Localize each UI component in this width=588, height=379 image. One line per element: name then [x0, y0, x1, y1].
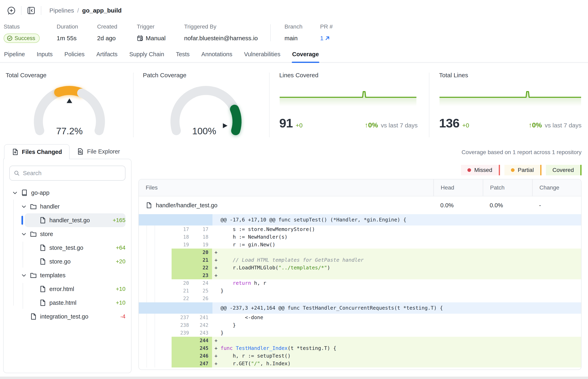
- gauge-pointer-icon: [66, 98, 73, 103]
- tab-annotations[interactable]: Annotations: [201, 48, 233, 62]
- diff-sign: [214, 225, 221, 233]
- coverage-main-area: MissedPartialCovered Files Head Patch Ch…: [138, 159, 582, 373]
- meta-duration: Duration1m 55s: [57, 23, 97, 43]
- meta-branch: Branchmain: [284, 23, 320, 43]
- tab-policies[interactable]: Policies: [64, 48, 85, 62]
- coverage-col: [147, 279, 155, 287]
- tree-item-integration-test-go[interactable]: integration_test.go-4: [9, 310, 125, 323]
- add-comment-button[interactable]: [6, 5, 17, 16]
- files-table-panel: Files Head Patch Change handler/handler_…: [138, 179, 582, 370]
- search-box[interactable]: [9, 166, 125, 181]
- coverage-col: [139, 314, 147, 321]
- coverage-legend: MissedPartialCovered: [138, 165, 582, 175]
- meta-created: Created2d ago: [97, 23, 137, 43]
- tab-file-explorer[interactable]: File Explorer: [70, 144, 127, 159]
- chevron-down-icon[interactable]: [21, 272, 27, 279]
- coverage-col: [147, 352, 155, 360]
- tree-item-go-app[interactable]: go-app: [9, 186, 125, 200]
- column-head: Head: [433, 179, 483, 196]
- file-path: handler/handler_test.go: [156, 202, 217, 209]
- comment-plus-icon: [6, 6, 16, 15]
- code-text: // Load HTML templates for GetPaste hand…: [221, 256, 364, 264]
- code-text: h := NewHandler(s): [221, 233, 288, 241]
- meta-label: Duration: [57, 23, 97, 30]
- diff-sign: [214, 314, 221, 321]
- card-title: Total Coverage: [6, 72, 133, 79]
- diff-view: @@ -17,6 +17,10 @@ func setupTest() (*Ha…: [139, 214, 581, 367]
- tab-supply-chain[interactable]: Supply Chain: [129, 48, 165, 62]
- new-line-number: 25: [203, 287, 208, 295]
- diff-line: 246+ h, r := setupTest(): [139, 352, 581, 360]
- tab-inputs[interactable]: Inputs: [36, 48, 53, 62]
- panel-left-icon: [26, 6, 36, 15]
- change-count: +10: [116, 286, 126, 292]
- change-count: -4: [120, 313, 125, 320]
- tab-files-changed[interactable]: Files Changed: [4, 144, 70, 159]
- diff-sign: +: [214, 256, 221, 264]
- column-patch: Patch: [483, 179, 532, 196]
- line-numbers: 244: [155, 337, 212, 344]
- line-numbers: 1818: [155, 233, 212, 241]
- tab-vulnerabilities[interactable]: Vulnerabilities: [244, 48, 281, 62]
- total-coverage-gauge: 77.2%: [21, 79, 118, 140]
- old-line-number: 237: [180, 314, 189, 321]
- file-icon: [30, 313, 37, 320]
- lines-covered-sparkline: [279, 88, 417, 106]
- diff-line: 20+: [139, 249, 581, 256]
- collapse-sidebar-button[interactable]: [26, 5, 37, 16]
- tree-item-error-html[interactable]: error.html+10: [9, 282, 125, 296]
- file-icon: [146, 202, 152, 208]
- tree-item-store[interactable]: store: [9, 227, 125, 241]
- tab-artifacts[interactable]: Artifacts: [96, 48, 118, 62]
- tree-item-store-go[interactable]: store.go+20: [9, 255, 125, 268]
- line-numbers: 247: [155, 360, 212, 367]
- line-numbers: 22: [155, 264, 212, 272]
- tree-item-label: store_test.go: [49, 245, 83, 251]
- tree-item-handler-test-go[interactable]: handler_test.go+165: [25, 213, 125, 227]
- tab-pipeline[interactable]: Pipeline: [4, 48, 25, 62]
- diff-sign: +: [214, 272, 221, 279]
- diff-line: 21+ // Load HTML templates for GetPaste …: [139, 256, 581, 264]
- coverage-col: [139, 279, 147, 287]
- tree-item-paste-html[interactable]: paste.html+10: [9, 296, 125, 310]
- diff-line: 2024 return h, r: [139, 279, 581, 287]
- line-numbers: 1717: [155, 225, 212, 233]
- tree-item-handler[interactable]: handler: [9, 200, 125, 213]
- breadcrumb-pipelines[interactable]: Pipelines: [49, 7, 74, 14]
- new-line-number: 17: [203, 225, 208, 233]
- meta-label: Branch: [284, 23, 320, 30]
- new-line-number: 243: [200, 329, 208, 337]
- search-input[interactable]: [23, 170, 121, 176]
- chevron-down-icon[interactable]: [12, 190, 18, 196]
- diff-line: 245+func TestHandler_Index(t *testing.T)…: [139, 344, 581, 352]
- code-text: <-done: [221, 314, 263, 321]
- pr-link[interactable]: 1: [320, 35, 330, 42]
- coverage-col: [147, 314, 155, 321]
- diff-sign: [214, 279, 221, 287]
- gauge-pointer-icon: [223, 123, 228, 129]
- trend-note: vs last 7 days: [381, 122, 418, 129]
- new-line-number: 18: [203, 233, 208, 241]
- meta-value: 1m 55s: [57, 33, 97, 43]
- total-coverage-card: Total Coverage 77.2%: [0, 63, 133, 142]
- table-row[interactable]: handler/handler_test.go 0.0% 0.0% -: [139, 196, 581, 214]
- coverage-col: [139, 329, 147, 337]
- old-line-number: 17: [183, 225, 189, 233]
- legend-dot-icon: [467, 168, 471, 172]
- tree-item-templates[interactable]: templates: [9, 268, 125, 282]
- code-text: h, r := setupTest(): [221, 352, 291, 360]
- tab-tests[interactable]: Tests: [175, 48, 190, 62]
- diff-line: 23+: [139, 272, 581, 279]
- coverage-report-note: Coverage based on 1 report across 1 repo…: [461, 149, 582, 156]
- old-line-number: 239: [180, 329, 189, 337]
- folder-icon: [30, 203, 37, 210]
- tree-item-store-test-go[interactable]: store_test.go+64: [9, 241, 125, 255]
- meta-label: PR #: [320, 23, 333, 30]
- tab-coverage[interactable]: Coverage: [292, 48, 319, 62]
- line-numbers: 20: [155, 249, 212, 256]
- meta-divider: [270, 24, 271, 41]
- chevron-down-icon[interactable]: [21, 231, 27, 237]
- chevron-down-icon[interactable]: [21, 203, 27, 210]
- coverage-col: [139, 344, 147, 352]
- tree-item-label: go-app: [31, 190, 49, 196]
